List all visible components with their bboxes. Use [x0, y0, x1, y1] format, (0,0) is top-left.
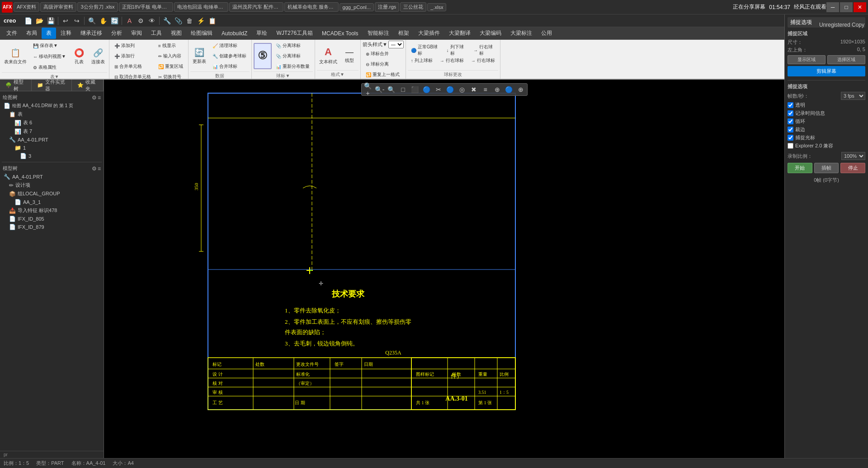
menu-public[interactable]: 公用	[537, 28, 557, 39]
crop-checkbox[interactable]	[788, 127, 793, 132]
taskbar-item[interactable]: ggg_pConl...	[340, 3, 374, 11]
part-item[interactable]: 🔧 AA_4-01.PRT	[2, 136, 102, 144]
taskbar-item[interactable]: 机械革命电竞 服务中心	[284, 2, 339, 12]
menu-review[interactable]: 审阅	[127, 28, 146, 39]
taskbar-item[interactable]: 三公丝花	[400, 2, 426, 12]
stop-button[interactable]: 停止	[840, 163, 865, 173]
undo-button[interactable]: ↩	[61, 16, 71, 26]
taskbar-item[interactable]: 高级评审资料	[40, 2, 76, 12]
drawing-canvas[interactable]: 🔍+ 🔍- 🔍 □ ⬛ 🔵 ✂ 🔵 ◎ ✖ ≡ ⊕ 🔵 ⊕	[104, 80, 784, 458]
hole-table-button[interactable]: ⭕ 孔表	[70, 43, 88, 70]
minimize-button[interactable]: ─	[826, 2, 839, 12]
table6-item[interactable]: 📊 表 6	[2, 118, 102, 127]
menu-file[interactable]: 文件	[2, 28, 22, 39]
menu-annotation[interactable]: 注释	[56, 28, 76, 39]
taskbar-item[interactable]: _.xlsx	[427, 3, 446, 11]
tab-file-browser[interactable]: 📁 文件实览器	[32, 80, 72, 91]
taskbar-item[interactable]: 温州茂昇汽车 配件股份有...	[229, 2, 283, 12]
zoom-out-button[interactable]: 🔍-	[374, 85, 385, 95]
aa31-item[interactable]: 📄 AA_3_1	[2, 198, 102, 206]
table-props-button[interactable]: ⚙ 表格属性	[30, 62, 69, 72]
text-button[interactable]: A	[124, 16, 134, 26]
new-button[interactable]: 📄	[23, 16, 33, 26]
row-right-balloon-button3[interactable]: →行右球标	[468, 56, 498, 66]
pan-canvas-button[interactable]: ⬛	[410, 85, 420, 95]
tab-model-tree[interactable]: 🌳 模型树	[0, 80, 32, 91]
open-button[interactable]: 📂	[34, 16, 44, 26]
select2-button[interactable]: 🔵	[445, 85, 456, 95]
line-display-button[interactable]: ≡线显示	[155, 41, 186, 51]
menu-beam-code[interactable]: 大梁编码	[475, 28, 506, 39]
drawing-file-item[interactable]: 📄 绘图 AA_4-01.DRW 的 第 1 页	[2, 102, 102, 110]
repeat-region-button[interactable]: 🔁重复区域	[155, 61, 186, 71]
taskbar-item[interactable]: 电池包回温 电锤单杆机...	[174, 2, 228, 12]
repeat-last-format-button[interactable]: 🔁重复上一格式	[363, 70, 404, 80]
menu-view[interactable]: 视图	[166, 28, 186, 39]
menu-drawing-edit[interactable]: 绘图编辑	[186, 28, 217, 39]
menu-table[interactable]: 表	[42, 28, 56, 39]
layers-button[interactable]: ≡	[480, 85, 491, 95]
switch-symbol-button[interactable]: ✂切换符号	[155, 72, 186, 80]
misc-button[interactable]: 🔧	[162, 16, 172, 26]
balloon-5-button[interactable]: ⑤	[254, 43, 272, 69]
table-from-file-button[interactable]: 📋 表来自文件	[2, 43, 29, 70]
menu-wjt276[interactable]: WJT276工具箱	[272, 28, 317, 39]
rotate-button[interactable]: 🔄	[109, 16, 119, 26]
tree-view-button[interactable]: ≡	[98, 95, 101, 101]
ifx879-item[interactable]: 📄 IFX_ID_879	[2, 223, 102, 231]
menu-tools[interactable]: 工具	[146, 28, 166, 39]
redist-qty-button[interactable]: 📊重新分布数量	[273, 61, 313, 71]
misc-canvas-button2[interactable]: ⊕	[515, 85, 526, 95]
save-button[interactable]: 💾	[46, 16, 56, 26]
taskbar-item[interactable]: 正阳18V手板 电单杆件...	[119, 2, 173, 12]
merge-balloon-button2[interactable]: 📊合并球标	[209, 61, 250, 71]
col-up-balloon-button[interactable]: ↑列上球标	[408, 56, 436, 66]
misc-button3[interactable]: 🗑	[184, 16, 194, 26]
save-table-button[interactable]: 💾 保存表▼	[30, 41, 69, 51]
loop-checkbox[interactable]	[788, 118, 793, 124]
line-type-button[interactable]: — 线型	[340, 43, 359, 69]
ifx805-item[interactable]: 📄 IFX_ID_805	[2, 215, 102, 223]
menu-beam-plugin[interactable]: 大梁插件	[414, 28, 444, 39]
explorer-checkbox[interactable]	[788, 143, 793, 149]
view3-item[interactable]: 📄 3	[2, 152, 102, 160]
split-balloon-button2[interactable]: 📎分离球标	[273, 51, 313, 61]
model-tree-view-button[interactable]: ≡	[98, 165, 101, 172]
misc-button2[interactable]: 📎	[173, 16, 183, 26]
unmerge-cell-button[interactable]: ⊟取消合并单元格	[111, 72, 154, 80]
start-button[interactable]: 开始	[788, 163, 812, 173]
misc-button5[interactable]: 📋	[207, 16, 217, 26]
view-button[interactable]: 👁	[147, 16, 157, 26]
balloon-split-button[interactable]: ⊖球标分离	[363, 59, 404, 69]
timestamp-checkbox[interactable]	[788, 110, 793, 116]
record-button[interactable]: 剪辑屏幕	[788, 66, 865, 76]
rotate-canvas-button[interactable]: 🔵	[421, 85, 432, 95]
design-item[interactable]: ✏ 设计项	[2, 181, 102, 189]
split-balloon-button[interactable]: 📎分离球标	[273, 41, 313, 51]
ratio-select[interactable]: 100% 75% 50%	[841, 152, 865, 160]
menu-mcadex[interactable]: MCADEx Tools	[317, 28, 363, 38]
tree-settings-button[interactable]: ⚙	[92, 95, 97, 101]
local-group-item[interactable]: 📦 组LOCAL_GROUP	[2, 189, 102, 198]
input-content-button[interactable]: ✏输入内容	[155, 51, 186, 61]
gb-balloon-button[interactable]: 🔵正常GB球标	[408, 45, 443, 55]
text-style-button[interactable]: A 文本样式	[317, 43, 340, 69]
col-down-balloon-button[interactable]: ↓列下球标	[443, 45, 469, 55]
menu-smart[interactable]: 智能标注	[363, 28, 394, 39]
cursor-checkbox[interactable]	[788, 135, 793, 141]
maximize-button[interactable]: □	[840, 2, 853, 12]
menu-inherit[interactable]: 继承迁移	[76, 28, 107, 39]
taskbar-item[interactable]: 3公分剪刀 .xlsx	[77, 2, 118, 12]
redo-button[interactable]: ↪	[72, 16, 82, 26]
connect-table-button[interactable]: 🔗 连接表	[89, 43, 107, 70]
show-region-button[interactable]: 显示区域	[788, 55, 826, 64]
fps-select[interactable]: 3 fps 5 fps 10 fps	[841, 92, 865, 100]
menu-beam-translate[interactable]: 大梁翻译	[444, 28, 475, 39]
add-view-button[interactable]: ⊕	[492, 85, 503, 95]
close-button[interactable]: ✕	[854, 2, 866, 12]
merge-cell-button[interactable]: ⊞合并单元格	[111, 61, 154, 71]
create-ref-balloon-button[interactable]: 🔧创建参考球标	[209, 51, 250, 61]
import-feature-item[interactable]: 📥 导入特征 标识478	[2, 206, 102, 215]
clean-balloon-button[interactable]: 🧹清理球标	[209, 41, 250, 51]
menu-layout[interactable]: 布局	[22, 28, 42, 39]
